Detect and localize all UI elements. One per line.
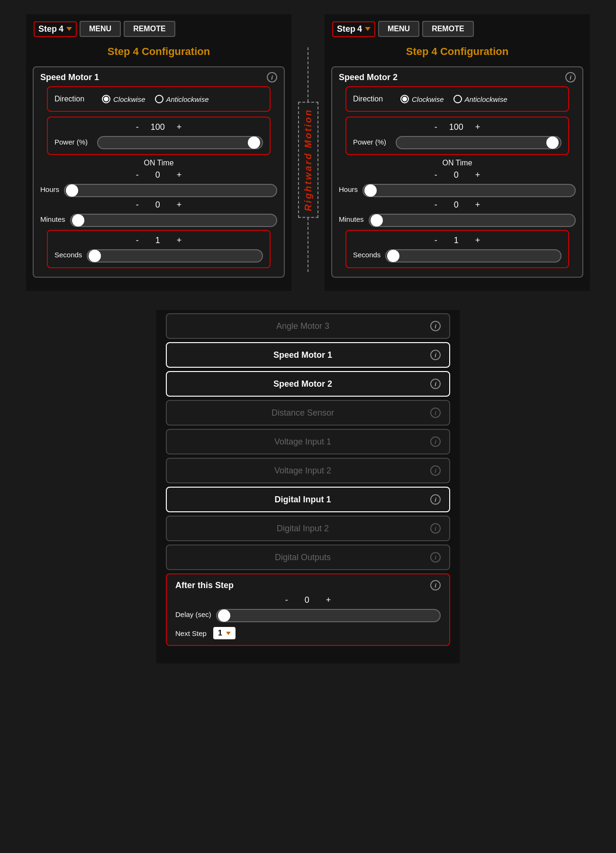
right-hours-thumb[interactable] — [364, 184, 377, 197]
left-step-selector[interactable]: Step 4 — [34, 21, 77, 37]
right-hours-row: - 0 + — [339, 170, 576, 180]
right-minutes-thumb[interactable] — [371, 214, 383, 227]
angle-motor3-info[interactable]: i — [430, 321, 441, 331]
speed-motor2-info[interactable]: i — [430, 379, 441, 389]
delay-minus[interactable]: - — [285, 595, 288, 605]
left-hours-plus[interactable]: + — [177, 170, 182, 180]
left-power-track[interactable] — [97, 136, 263, 149]
list-item-digital-outputs[interactable]: Digital Outputs i — [166, 544, 450, 570]
right-clockwise-radio[interactable] — [400, 95, 409, 103]
right-hours-minus[interactable]: - — [435, 170, 437, 180]
left-hours-track[interactable] — [64, 184, 277, 197]
left-minutes-track[interactable] — [70, 214, 277, 227]
list-item-speed-motor1[interactable]: Speed Motor 1 i — [166, 342, 450, 368]
left-motor-info[interactable]: i — [267, 72, 277, 82]
list-item-angle-motor3[interactable]: Angle Motor 3 i — [166, 313, 450, 339]
left-minutes-group: - 0 + Minutes — [40, 200, 277, 227]
list-item-digital-input2[interactable]: Digital Input 2 i — [166, 516, 450, 541]
right-power-plus[interactable]: + — [475, 122, 480, 132]
delay-track[interactable] — [216, 609, 441, 622]
right-power-thumb[interactable] — [546, 136, 559, 149]
right-clockwise-selected — [402, 97, 407, 101]
right-seconds-track[interactable] — [385, 249, 562, 263]
right-seconds-thumb[interactable] — [387, 250, 399, 262]
next-step-row: Next Step 1 — [175, 627, 441, 639]
speed-motor2-label: Speed Motor 2 — [175, 379, 430, 389]
right-seconds-plus[interactable]: + — [475, 236, 480, 245]
left-anticlockwise-option[interactable]: Anticlockwise — [155, 95, 209, 103]
left-seconds-plus[interactable]: + — [177, 236, 182, 245]
right-minutes-plus[interactable]: + — [475, 200, 480, 210]
right-minutes-minus[interactable]: - — [435, 200, 437, 210]
delay-plus[interactable]: + — [326, 595, 331, 605]
bottom-section: Angle Motor 3 i Speed Motor 1 i Speed Mo… — [0, 300, 616, 682]
right-anticlockwise-radio[interactable] — [453, 95, 462, 103]
right-step-selector[interactable]: Step 4 — [332, 21, 375, 37]
left-minutes-minus[interactable]: - — [136, 200, 139, 210]
voltage-input1-label: Voltage Input 1 — [175, 437, 430, 447]
right-step-num: 4 — [357, 24, 362, 34]
left-hours-minus[interactable]: - — [136, 170, 139, 180]
left-power-minus[interactable]: - — [136, 122, 139, 132]
left-motor-header: Speed Motor 1 i — [40, 72, 277, 82]
left-hours-thumb[interactable] — [66, 184, 78, 197]
right-panel: Step 4 MENU REMOTE Step 4 Configuration … — [325, 14, 590, 291]
list-item-voltage-input2[interactable]: Voltage Input 2 i — [166, 458, 450, 483]
left-menu-button[interactable]: MENU — [80, 21, 121, 37]
left-remote-button[interactable]: REMOTE — [124, 21, 175, 37]
left-motor-card: Speed Motor 1 i Direction Clockwise Anti — [33, 66, 285, 278]
list-item-speed-motor2[interactable]: Speed Motor 2 i — [166, 371, 450, 397]
right-step-dropdown-arrow[interactable] — [365, 27, 371, 31]
right-menu-button[interactable]: MENU — [378, 21, 419, 37]
left-clockwise-radio[interactable] — [102, 95, 110, 103]
distance-sensor-info[interactable]: i — [430, 408, 441, 418]
speed-motor1-info[interactable]: i — [430, 350, 441, 360]
left-minutes-thumb[interactable] — [72, 214, 84, 227]
after-step-title: After this Step — [175, 581, 234, 590]
left-seconds-track[interactable] — [87, 249, 263, 263]
digital-input2-info[interactable]: i — [430, 523, 441, 534]
left-minutes-plus[interactable]: + — [177, 200, 182, 210]
list-item-voltage-input1[interactable]: Voltage Input 1 i — [166, 429, 450, 454]
right-minutes-row: - 0 + — [339, 200, 576, 210]
right-hours-track[interactable] — [362, 184, 576, 197]
left-ontime-title: ON Time — [40, 159, 277, 167]
next-step-value: 1 — [218, 629, 222, 637]
right-seconds-label: Seconds — [353, 251, 380, 259]
right-seconds-minus[interactable]: - — [435, 236, 437, 245]
delay-slider-row: Delay (sec) — [175, 607, 441, 622]
left-anticlockwise-radio[interactable] — [155, 95, 163, 103]
next-step-select[interactable]: 1 — [213, 627, 236, 639]
voltage-input2-info[interactable]: i — [430, 465, 441, 476]
left-clockwise-option[interactable]: Clockwise — [102, 95, 145, 103]
right-direction-card: Direction Clockwise Anticlockwise — [345, 86, 569, 112]
voltage-input1-info[interactable]: i — [430, 436, 441, 447]
right-clockwise-option[interactable]: Clockwise — [400, 95, 444, 103]
left-step-label: Step — [38, 24, 57, 34]
digital-input1-info[interactable]: i — [430, 494, 441, 505]
left-power-plus[interactable]: + — [177, 122, 182, 132]
left-seconds-thumb[interactable] — [89, 250, 101, 262]
left-minutes-value: 0 — [148, 200, 167, 210]
left-power-thumb[interactable] — [248, 136, 260, 149]
after-step-info[interactable]: i — [430, 580, 441, 590]
left-step-num: 4 — [59, 24, 63, 34]
right-seconds-card: - 1 + Seconds — [345, 230, 569, 268]
right-power-track[interactable] — [396, 136, 562, 149]
right-anticlockwise-option[interactable]: Anticlockwise — [453, 95, 507, 103]
list-item-digital-input1[interactable]: Digital Input 1 i — [166, 487, 450, 512]
list-item-distance-sensor[interactable]: Distance Sensor i — [166, 400, 450, 426]
right-power-minus[interactable]: - — [435, 122, 437, 132]
right-clockwise-label: Clockwise — [412, 95, 444, 103]
right-minutes-track[interactable] — [369, 214, 576, 227]
right-hours-group: - 0 + Hours — [339, 170, 576, 197]
left-step-dropdown-arrow[interactable] — [66, 27, 72, 31]
digital-outputs-info[interactable]: i — [430, 552, 441, 563]
right-hours-plus[interactable]: + — [475, 170, 480, 180]
right-direction-row: Direction Clockwise Anticlockwise — [353, 92, 562, 106]
dashed-bottom — [308, 218, 308, 272]
left-seconds-minus[interactable]: - — [136, 236, 139, 245]
right-motor-info[interactable]: i — [565, 72, 576, 82]
right-remote-button[interactable]: REMOTE — [422, 21, 473, 37]
delay-thumb[interactable] — [218, 609, 230, 622]
